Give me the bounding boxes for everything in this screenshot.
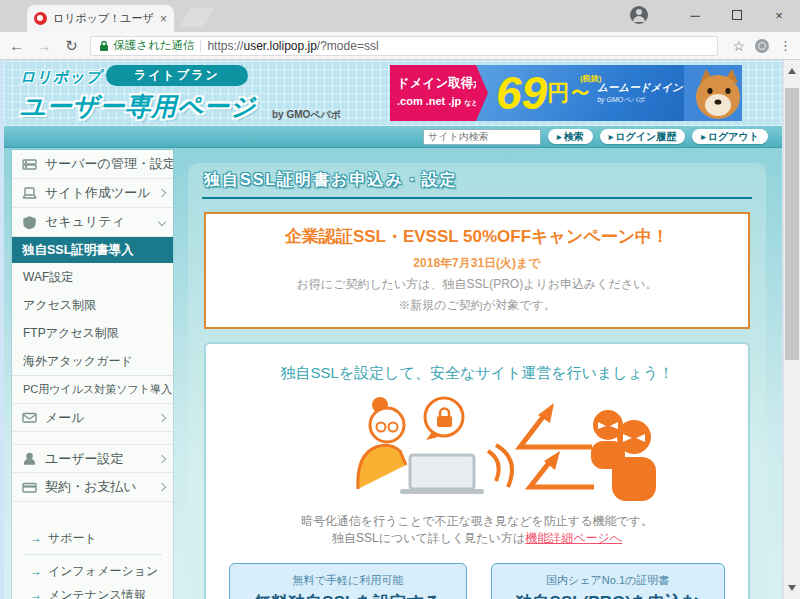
info-heading: 独自SSLを設定して、安全なサイト運営を行いましょう！: [212, 364, 742, 383]
campaign-line: お得にご契約したい方は、独自SSL(PRO)よりお申込みください。: [212, 276, 742, 293]
laptop-icon: [22, 187, 37, 200]
new-tab-button[interactable]: [180, 8, 213, 27]
chevron-right-icon: [158, 454, 166, 462]
plan-badge: ライトプラン: [106, 65, 248, 86]
profile-icon[interactable]: [630, 6, 648, 24]
banner-price: 69: [496, 70, 547, 116]
campaign-line: ※新規のご契約が対象です。: [212, 297, 742, 314]
play-icon: ▶: [609, 133, 614, 140]
lolipop-logo[interactable]: ロリポップ！: [20, 68, 118, 87]
close-button[interactable]: ×: [758, 8, 800, 23]
site-search-input[interactable]: [423, 129, 541, 145]
bookmark-star-icon[interactable]: ☆: [732, 38, 745, 54]
banner-headline: ドメイン取得が: [397, 75, 472, 92]
maximize-button[interactable]: [716, 8, 758, 23]
secure-label: 保護された通信: [113, 38, 194, 53]
arrow-bullet-icon: →: [30, 588, 42, 599]
banner-price-unit: 円: [547, 78, 569, 108]
ssl-info-box: 独自SSLを設定して、安全なサイト運営を行いましょう！: [204, 342, 750, 599]
page-logo[interactable]: ユーザー専用ページ: [20, 90, 256, 123]
banner-price-tilde: 〜: [571, 81, 589, 105]
sidebar-item-site-tools[interactable]: サイト作成ツール: [12, 179, 173, 208]
chevron-down-icon: [158, 218, 166, 226]
scroll-down-icon[interactable]: [788, 585, 796, 591]
info-description: 暗号化通信を行うことで不正な覗き見などを防止する機能です。 独自SSLについて詳…: [212, 513, 742, 548]
play-icon: ▶: [557, 133, 562, 140]
banner-price-tax: (税抜): [580, 73, 601, 84]
tab-strip: ロリポップ！ユーザー専用ペー × ─ ×: [0, 0, 800, 32]
domain-ad-banner[interactable]: ドメイン取得が .com .net .jp など 69 円 (税抜) 〜 ムーム…: [390, 65, 742, 121]
chevron-right-icon: [158, 413, 166, 421]
logout-button[interactable]: ▶ ログアウト: [692, 129, 768, 144]
banner-right: 69 円 (税抜) 〜 ムームードメイン by GMOペパボ: [476, 65, 742, 121]
sidebar-item-server-management[interactable]: サーバーの管理・設定: [12, 150, 173, 179]
sidebar-item-access-restriction[interactable]: アクセス制限: [12, 291, 173, 319]
site-header: ロリポップ！ ライトプラン ユーザー専用ページ by GMOペパボ ドメイン取得…: [4, 60, 782, 126]
omnibox-divider: [200, 40, 201, 52]
user-icon: [22, 452, 37, 465]
lock-icon: [99, 40, 109, 52]
chevron-right-icon: [158, 189, 166, 197]
search-button[interactable]: ▶ 検索: [548, 129, 593, 144]
sidebar-link-maintenance[interactable]: → メンテナンス情報: [12, 583, 173, 599]
minimize-button[interactable]: ─: [674, 8, 716, 23]
dog-photo: [684, 65, 742, 121]
tab-close-icon[interactable]: ×: [160, 12, 167, 26]
campaign-title: 企業認証SSL・EVSSL 50%OFFキャンペーン中！: [212, 225, 742, 248]
banner-left: ドメイン取得が .com .net .jp など: [390, 65, 476, 121]
banner-brand: ムームードメイン by GMOペパボ: [597, 81, 682, 105]
sidebar-item-mail[interactable]: メール: [12, 403, 173, 432]
scrollbar-thumb[interactable]: [785, 88, 799, 360]
page-scrollbar[interactable]: [783, 60, 800, 599]
browser-toolbar: ← → ↻ 保護された通信 https://user.lolipop.jp/?m…: [0, 32, 800, 60]
campaign-box: 企業認証SSL・EVSSL 50%OFFキャンペーン中！ 2018年7月31日(…: [204, 212, 750, 329]
browser-tab[interactable]: ロリポップ！ユーザー専用ペー ×: [27, 5, 174, 32]
forward-icon[interactable]: →: [35, 37, 52, 54]
url-bar[interactable]: 保護された通信 https://user.lolipop.jp/?mode=ss…: [90, 36, 718, 56]
back-icon[interactable]: ←: [8, 37, 25, 54]
play-icon: ▶: [701, 133, 706, 140]
mail-icon: [22, 411, 37, 424]
page-body: サーバーの管理・設定 サイト作成ツール セキュリティ 独自SSL証明書導入 WA…: [4, 148, 782, 599]
scroll-up-icon[interactable]: [788, 68, 796, 74]
browser-chrome: ロリポップ！ユーザー専用ペー × ─ × ← → ↻ 保護された通信 https…: [0, 0, 800, 60]
login-history-button[interactable]: ▶ ログイン履歴: [600, 129, 686, 144]
title-rule: [202, 197, 752, 199]
sidebar-item-foreign-attack-guard[interactable]: 海外アタックガード: [12, 347, 173, 375]
main-content: 独自SSL証明書お申込み・設定 企業認証SSL・EVSSL 50%OFFキャンペ…: [188, 163, 766, 599]
sidebar-item-waf[interactable]: WAF設定: [12, 263, 173, 291]
reload-icon[interactable]: ↻: [63, 37, 80, 55]
site-search-bar: ▶ 検索 ▶ ログイン履歴 ▶ ログアウト: [4, 126, 782, 148]
sidebar-item-ssl-cert[interactable]: 独自SSL証明書導入: [12, 237, 173, 263]
feature-detail-link[interactable]: 機能詳細ページへ: [525, 531, 622, 545]
secure-badge: 保護された通信: [99, 38, 194, 53]
sidebar-nav: サーバーの管理・設定 サイト作成ツール セキュリティ 独自SSL証明書導入 WA…: [12, 150, 173, 599]
tab-title: ロリポップ！ユーザー専用ペー: [53, 11, 154, 26]
cta-row: 無料で手軽に利用可能 無料独自SSLを設定する 国内シェアNo.1の証明書 独自…: [212, 563, 742, 599]
banner-tlds: .com .net .jp など: [397, 95, 472, 108]
arrow-bullet-icon: →: [30, 564, 42, 578]
sidebar-link-support[interactable]: → サポート: [12, 526, 173, 550]
pro-ssl-button[interactable]: 国内シェアNo.1の証明書 独自SSL(PRO)を申込む: [491, 563, 725, 599]
extension-icon[interactable]: [755, 39, 769, 53]
logo-byline: by GMOペパボ: [272, 108, 341, 122]
sidebar-item-security[interactable]: セキュリティ: [12, 208, 173, 237]
sidebar-link-information[interactable]: → インフォメーション: [12, 559, 173, 583]
arrow-bullet-icon: →: [30, 531, 42, 545]
server-icon: [22, 158, 37, 171]
credit-card-icon: [22, 481, 37, 494]
sidebar-item-pc-antivirus[interactable]: PC用ウイルス対策ソフト導入: [12, 375, 173, 403]
chevron-right-icon: [158, 483, 166, 491]
sidebar-item-contract-payment[interactable]: 契約・お支払い: [12, 473, 173, 502]
page-title: 独自SSL証明書お申込み・設定: [202, 170, 752, 191]
campaign-deadline: 2018年7月31日(火)まで: [212, 255, 742, 272]
browser-menu-icon[interactable]: ⋮: [779, 38, 792, 53]
sidebar-divider: [24, 554, 161, 555]
url-text: https://user.lolipop.jp/?mode=ssl: [207, 39, 378, 53]
sidebar-item-user-settings[interactable]: ユーザー設定: [12, 444, 173, 473]
sidebar-item-ftp-access[interactable]: FTPアクセス制限: [12, 319, 173, 347]
free-ssl-button[interactable]: 無料で手軽に利用可能 無料独自SSLを設定する: [229, 563, 466, 599]
lolipop-favicon-icon: [34, 12, 47, 25]
page-content: ロリポップ！ ライトプラン ユーザー専用ページ by GMOペパボ ドメイン取得…: [4, 60, 782, 599]
shield-icon: [22, 216, 37, 229]
